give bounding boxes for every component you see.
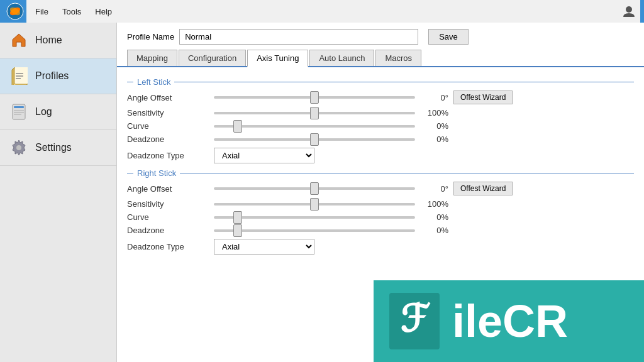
home-icon <box>9 30 29 50</box>
left-sensitivity-value: 100% <box>420 108 448 118</box>
left-angle-offset-slider[interactable] <box>214 96 415 99</box>
sidebar-item-log[interactable]: Log <box>0 94 116 130</box>
sidebar-item-profiles[interactable]: Profiles <box>0 58 116 94</box>
tab-macros[interactable]: Macros <box>375 50 421 66</box>
sidebar-item-settings[interactable]: Settings <box>0 130 116 166</box>
right-deadzone-slider[interactable] <box>214 229 415 232</box>
tab-mapping[interactable]: Mapping <box>127 50 177 66</box>
app-logo <box>4 0 26 23</box>
right-sensitivity-label: Sensitivity <box>127 199 209 209</box>
menu-file[interactable]: File <box>29 4 55 19</box>
right-angle-offset-slider[interactable] <box>214 187 415 190</box>
left-deadzone-slider[interactable] <box>214 138 415 141</box>
right-deadzone-type-select[interactable]: Axial Radial Linear <box>214 239 314 255</box>
left-curve-value: 0% <box>420 121 448 131</box>
sidebar-item-log-label: Log <box>35 106 52 118</box>
right-angle-offset-label: Angle Offset <box>127 184 209 194</box>
left-sensitivity-label: Sensitivity <box>127 108 209 118</box>
sidebar-item-settings-label: Settings <box>35 142 72 153</box>
sidebar-item-profiles-label: Profiles <box>35 70 69 82</box>
left-angle-offset-value: 0° <box>420 93 448 102</box>
right-curve-value: 0% <box>420 212 448 222</box>
right-deadzone-value: 0% <box>420 226 448 235</box>
left-stick-header: Left Stick <box>137 77 170 87</box>
tab-configuration[interactable]: Configuration <box>179 50 246 66</box>
left-sensitivity-slider[interactable] <box>214 112 415 114</box>
menu-tools[interactable]: Tools <box>56 4 87 19</box>
right-curve-slider[interactable] <box>214 216 415 219</box>
left-curve-slider[interactable] <box>214 125 415 128</box>
watermark: ℱ ileCR <box>374 280 644 362</box>
svg-point-3 <box>626 6 632 13</box>
user-icon[interactable] <box>620 3 638 20</box>
tab-auto-launch[interactable]: Auto Launch <box>309 50 374 66</box>
left-curve-label: Curve <box>127 121 209 131</box>
sidebar-item-home-label: Home <box>35 35 62 46</box>
menu-bar: File Tools Help <box>26 0 640 23</box>
left-angle-offset-label: Angle Offset <box>127 93 209 102</box>
menu-help[interactable]: Help <box>89 4 118 19</box>
right-angle-offset-value: 0° <box>420 184 448 194</box>
svg-point-16 <box>16 145 21 150</box>
sidebar-item-home[interactable]: Home <box>0 23 116 58</box>
left-angle-offset-wizard[interactable]: Offest Wizard <box>453 90 513 104</box>
settings-icon <box>9 138 29 158</box>
left-deadzone-value: 0% <box>420 134 448 144</box>
save-button[interactable]: Save <box>428 29 469 45</box>
right-angle-offset-wizard[interactable]: Offest Wizard <box>453 182 513 195</box>
svg-text:ℱ: ℱ <box>400 298 431 340</box>
left-deadzone-label: Deadzone <box>127 134 209 144</box>
svg-rect-11 <box>14 106 24 108</box>
right-stick-header: Right Stick <box>137 168 176 178</box>
right-curve-label: Curve <box>127 212 209 222</box>
profile-name-label: Profile Name <box>127 32 174 41</box>
profile-name-input[interactable] <box>179 29 418 45</box>
right-deadzone-type-label: Deadzone Type <box>127 242 209 251</box>
left-deadzone-type-select[interactable]: Axial Radial Linear <box>214 148 314 163</box>
right-sensitivity-value: 100% <box>420 199 448 209</box>
profiles-icon <box>9 66 29 86</box>
left-deadzone-type-label: Deadzone Type <box>127 151 209 160</box>
right-sensitivity-slider[interactable] <box>214 203 415 206</box>
tab-axis-tuning[interactable]: Axis Tuning <box>247 50 308 67</box>
svg-text:ileCR: ileCR <box>452 296 568 346</box>
right-deadzone-label: Deadzone <box>127 226 209 235</box>
log-icon <box>9 102 29 122</box>
